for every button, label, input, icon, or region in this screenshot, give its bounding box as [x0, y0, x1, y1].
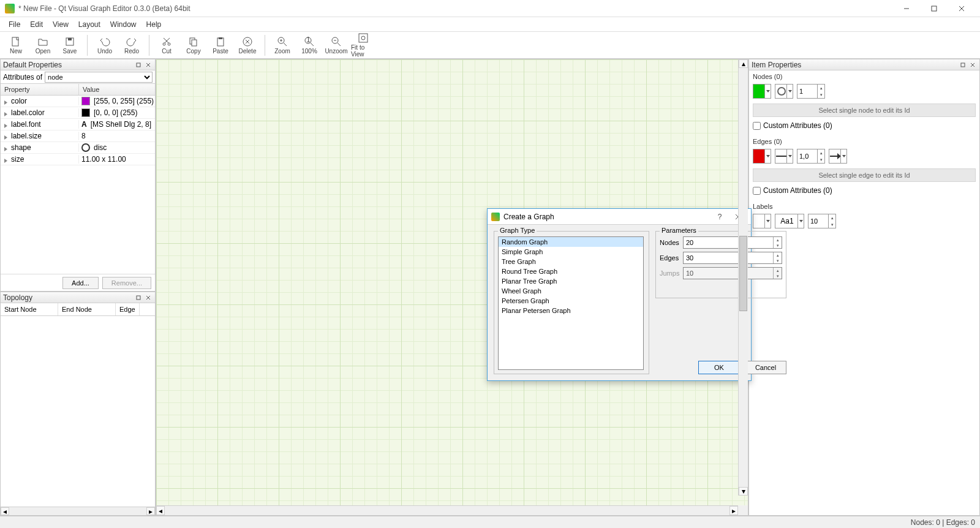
- topology-col[interactable]: Edge: [116, 303, 140, 315]
- menu-layout[interactable]: Layout: [74, 18, 105, 31]
- ok-button[interactable]: OK: [698, 361, 740, 374]
- toolbar: NewOpenSaveUndoRedoCutCopyPasteDeleteZoo…: [0, 32, 980, 59]
- edge-arrow-picker[interactable]: [829, 149, 847, 164]
- graph-type-item[interactable]: Planar Tree Graph: [499, 276, 643, 286]
- unzoom-button[interactable]: Unzoom: [324, 33, 349, 58]
- graph-type-item[interactable]: Random Graph: [499, 237, 643, 247]
- remove-property-button[interactable]: Remove...: [102, 277, 151, 289]
- panel-close-button[interactable]: [144, 293, 153, 302]
- panel-close-button[interactable]: [144, 61, 153, 69]
- scroll-right-icon[interactable]: ▸: [729, 506, 738, 515]
- topology-col[interactable]: Start Node: [1, 303, 58, 315]
- node-custom-attrs-checkbox[interactable]: [753, 122, 761, 130]
- close-button[interactable]: [948, 0, 975, 17]
- property-value: [MS Shell Dlg 2, 8]: [91, 120, 151, 129]
- color-swatch: [81, 97, 90, 105]
- panel-close-button[interactable]: [968, 61, 977, 69]
- label-font-picker[interactable]: Aa1: [775, 214, 804, 228]
- topology-empty-area: [1, 316, 155, 507]
- status-bar: Nodes: 0 | Edges: 0: [0, 516, 980, 528]
- cancel-button[interactable]: Cancel: [745, 361, 786, 374]
- panel-float-button[interactable]: [134, 293, 143, 302]
- parameters-group-label: Parameters: [660, 227, 698, 234]
- property-value: [0, 0, 0] (255): [94, 108, 137, 117]
- param-nodes-input[interactable]: ▴▾: [683, 236, 782, 249]
- scroll-right-icon[interactable]: ▸: [146, 507, 155, 515]
- property-row[interactable]: label.color[0, 0, 0] (255): [1, 107, 155, 119]
- maximize-button[interactable]: [920, 0, 948, 17]
- scroll-left-icon[interactable]: ◂: [156, 506, 165, 515]
- graph-type-list[interactable]: Random GraphSimple GraphTree GraphRound …: [498, 236, 644, 370]
- canvas-vscroll[interactable]: ▴ ▾: [738, 59, 748, 496]
- property-row[interactable]: color[255, 0, 255] (255): [1, 96, 155, 107]
- scroll-left-icon[interactable]: ◂: [1, 507, 9, 515]
- property-row[interactable]: label.size8: [1, 130, 155, 142]
- node-stroke-spinner[interactable]: ▴▾: [797, 84, 825, 99]
- add-property-button[interactable]: Add...: [62, 277, 99, 289]
- graph-canvas[interactable]: Create a Graph ? Graph Type Random Graph…: [156, 59, 748, 505]
- property-row[interactable]: shapedisc: [1, 142, 155, 154]
- copy-button[interactable]: Copy: [181, 33, 206, 58]
- unzoom-icon: [330, 36, 342, 47]
- topology-col[interactable]: End Node: [58, 303, 116, 315]
- open-button[interactable]: Open: [31, 33, 55, 58]
- expand-icon[interactable]: [3, 122, 9, 127]
- menu-file[interactable]: File: [4, 18, 25, 31]
- toolbar-label: Redo: [124, 48, 139, 55]
- property-name: label.size: [11, 132, 42, 140]
- param-edges-input[interactable]: ▴▾: [683, 252, 782, 264]
- canvas-hscroll[interactable]: ◂ ▸: [156, 505, 738, 515]
- property-row[interactable]: size11.00 x 11.00: [1, 154, 155, 165]
- graph-type-item[interactable]: Tree Graph: [499, 257, 643, 266]
- edge-style-picker[interactable]: [775, 149, 793, 164]
- edge-weight-spinner[interactable]: ▴▾: [797, 149, 825, 164]
- graph-type-item[interactable]: Round Tree Graph: [499, 266, 643, 276]
- label-size-spinner[interactable]: ▴▾: [808, 214, 836, 228]
- menu-window[interactable]: Window: [105, 18, 141, 31]
- save-button[interactable]: Save: [58, 33, 82, 58]
- expand-icon[interactable]: [3, 110, 9, 116]
- fit-button[interactable]: Fit to View: [351, 33, 375, 58]
- graph-type-item[interactable]: Petersen Graph: [499, 296, 643, 306]
- redo-button[interactable]: Redo: [119, 33, 144, 58]
- expand-icon[interactable]: [3, 99, 9, 104]
- graph-type-item[interactable]: Wheel Graph: [499, 286, 643, 296]
- col-value: Value: [79, 84, 103, 95]
- menu-edit[interactable]: Edit: [25, 18, 48, 31]
- menu-view[interactable]: View: [48, 18, 74, 31]
- scroll-up-icon[interactable]: ▴: [739, 59, 748, 68]
- property-value: disc: [94, 143, 107, 152]
- expand-icon[interactable]: [3, 145, 9, 151]
- expand-icon[interactable]: [3, 157, 9, 162]
- edge-custom-attrs-checkbox[interactable]: [753, 187, 761, 195]
- edge-color-picker[interactable]: [753, 149, 771, 164]
- node-shape-picker[interactable]: [775, 84, 793, 99]
- expand-icon[interactable]: [3, 134, 9, 139]
- property-row[interactable]: label.fontA[MS Shell Dlg 2, 8]: [1, 119, 155, 130]
- label-color-picker[interactable]: [753, 214, 771, 228]
- paste-button[interactable]: Paste: [208, 33, 233, 58]
- zoom100-button[interactable]: 1100%: [297, 33, 322, 58]
- delete-icon: [241, 36, 254, 47]
- minimize-button[interactable]: [892, 0, 920, 17]
- graph-type-item[interactable]: Simple Graph: [499, 247, 643, 257]
- default-properties-header: Default Properties: [1, 59, 155, 70]
- undo-button[interactable]: Undo: [92, 33, 117, 58]
- new-button[interactable]: New: [4, 33, 28, 58]
- attributes-of-select[interactable]: node: [45, 72, 153, 83]
- cut-button[interactable]: Cut: [154, 33, 179, 58]
- node-color-picker[interactable]: [753, 84, 771, 99]
- panel-float-button[interactable]: [134, 61, 143, 69]
- panel-float-button[interactable]: [959, 61, 967, 69]
- scroll-down-icon[interactable]: ▾: [739, 487, 748, 496]
- delete-button[interactable]: Delete: [235, 33, 260, 58]
- edge-id-hint: Select single edge to edit its Id: [753, 168, 976, 182]
- shape-icon: [81, 143, 90, 152]
- topology-hscroll[interactable]: ◂ ▸: [1, 507, 155, 515]
- property-name: label.font: [11, 120, 41, 129]
- dialog-help-button[interactable]: ?: [710, 210, 729, 224]
- zoom-button[interactable]: Zoom: [270, 33, 295, 58]
- menu-help[interactable]: Help: [141, 18, 167, 31]
- graph-type-item[interactable]: Planar Petersen Graph: [499, 306, 643, 315]
- param-edges-label: Edges: [660, 254, 683, 262]
